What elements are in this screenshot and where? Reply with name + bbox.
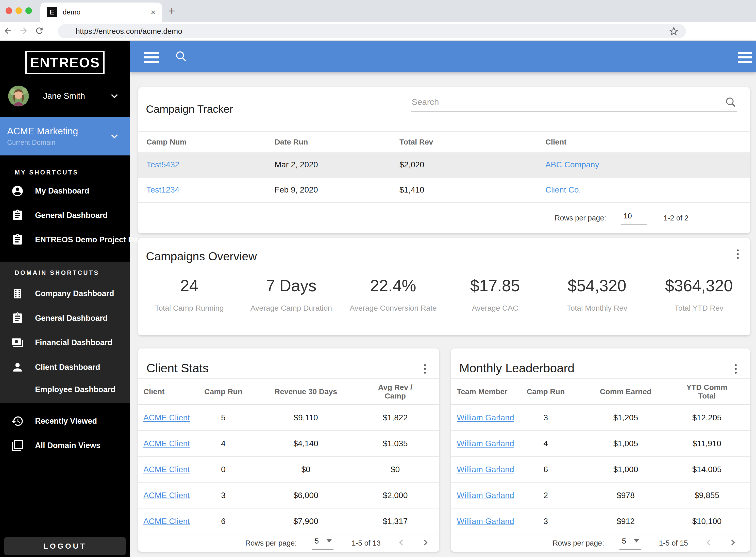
client-stats-rows: ACME Client 5 $9,110 $1,822 ACME Client … [138, 405, 439, 534]
table-row[interactable]: Test1234 Feb 9, 2020 $1,410 Client Co. [138, 177, 750, 202]
table-row[interactable]: William Garland 3 $912 $10,100 [451, 508, 750, 534]
sidebar-item-general-dashboard[interactable]: General Dashboard [0, 206, 130, 225]
window-minimize-button[interactable] [15, 7, 22, 14]
search-icon[interactable] [725, 96, 737, 109]
card-menu-icon[interactable] [735, 364, 737, 374]
user-menu[interactable]: Jane Smith [0, 83, 130, 109]
search-input[interactable] [411, 92, 737, 112]
forward-button[interactable] [16, 26, 31, 36]
column-header[interactable]: Camp Run [202, 387, 245, 396]
table-row[interactable]: ACME Client 5 $9,110 $1,822 [138, 405, 439, 431]
url-text[interactable]: https://entreos.com/acme.demo [75, 27, 668, 35]
chevron-down-icon[interactable] [108, 130, 120, 142]
forward-icon [19, 26, 28, 35]
menu-icon[interactable] [144, 52, 159, 63]
team-member-link[interactable]: William Garland [451, 465, 520, 474]
client-link[interactable]: Client Co. [545, 185, 750, 195]
clipboard-icon [11, 312, 24, 325]
person-icon [11, 361, 24, 374]
column-header[interactable]: Camp Run [520, 387, 572, 396]
pagination: Rows per page: 10 1-2 of 2 [138, 202, 750, 233]
sidebar-item-label: General Dashboard [35, 314, 107, 323]
card-menu-icon[interactable] [424, 364, 426, 374]
window-close-button[interactable] [6, 7, 12, 14]
back-button[interactable] [0, 26, 16, 36]
sidebar-item-entreos-demo-project[interactable]: ENTREOS Demo Project Da... [0, 231, 130, 249]
client-link[interactable]: ABC Company [545, 160, 750, 169]
back-icon [3, 26, 13, 35]
team-member-link[interactable]: William Garland [451, 491, 520, 500]
logout-button[interactable]: LOGOUT [4, 537, 126, 555]
chevron-down-icon[interactable] [108, 90, 120, 102]
table-row[interactable]: William Garland 3 $1,205 $12,205 [451, 405, 750, 431]
previous-page-button[interactable] [396, 537, 407, 549]
table-header-row: Camp Num Date Run Total Rev Client [138, 131, 750, 152]
sidebar-item-label: My Dashboard [35, 186, 89, 196]
total-rev-cell: $1,410 [400, 185, 545, 195]
sidebar-item-all-domain-views[interactable]: All Domain Views [0, 436, 130, 455]
campaign-link[interactable]: Test5432 [147, 160, 275, 169]
team-member-link[interactable]: William Garland [451, 439, 520, 448]
table-row[interactable]: William Garland 6 $1,000 $14,005 [451, 457, 750, 482]
column-header[interactable]: Comm Earned [572, 387, 680, 396]
pagination: Rows per page: 5 1-5 of 15 [451, 534, 750, 552]
team-member-link[interactable]: William Garland [451, 413, 520, 422]
client-link[interactable]: ACME Client [138, 491, 202, 500]
sidebar-item-my-dashboard[interactable]: My Dashboard [0, 182, 130, 200]
tab-title: demo [63, 8, 151, 16]
column-header[interactable]: Camp Num [147, 138, 275, 146]
sidebar: ENTREOS Jane Smith ACME Marketing Curren… [0, 41, 130, 557]
rows-per-page-select[interactable]: 5 [312, 537, 334, 550]
reload-button[interactable] [31, 26, 47, 36]
sidebar-item-company-dashboard[interactable]: Company Dashboard [0, 285, 130, 303]
search-icon[interactable] [175, 50, 188, 63]
previous-page-button[interactable] [703, 537, 714, 549]
column-header[interactable]: Client [545, 138, 750, 146]
column-header[interactable]: YTD Comm Total [680, 383, 734, 400]
current-domain-selector[interactable]: ACME Marketing Current Domain [0, 117, 130, 155]
column-header[interactable]: Avg Rev / Camp [367, 383, 424, 400]
window-zoom-button[interactable] [25, 7, 32, 14]
column-header[interactable]: Revenue 30 Days [245, 387, 367, 396]
next-page-button[interactable] [420, 537, 432, 549]
new-tab-button[interactable]: + [168, 5, 175, 17]
right-menu-icon[interactable] [738, 52, 752, 63]
table-row[interactable]: ACME Client 3 $6,000 $2,000 [138, 482, 439, 508]
client-link[interactable]: ACME Client [138, 465, 202, 474]
client-link[interactable]: ACME Client [138, 439, 202, 448]
sidebar-item-financial-dashboard[interactable]: Financial Dashboard [0, 333, 130, 352]
stat-average-conversion-rate: 22.4% Average Conversion Rate [342, 276, 444, 313]
sidebar-item-label: Company Dashboard [35, 289, 114, 298]
table-row[interactable]: ACME Client 4 $4,140 $1.035 [138, 431, 439, 457]
table-row[interactable]: ACME Client 0 $0 $0 [138, 457, 439, 482]
column-header[interactable]: Client [138, 387, 202, 396]
table-row[interactable]: Test5432 Mar 2, 2020 $2,020 ABC Company [138, 152, 750, 177]
pagination: Rows per page: 5 1-5 of 13 [138, 534, 439, 552]
client-link[interactable]: ACME Client [138, 517, 202, 526]
team-member-link[interactable]: William Garland [451, 517, 520, 526]
sidebar-item-recently-viewed[interactable]: Recently Viewed [0, 412, 130, 430]
next-page-button[interactable] [727, 537, 739, 549]
rows-per-page-select[interactable]: 5 [620, 537, 641, 550]
bookmark-star-icon[interactable] [668, 26, 680, 37]
table-row[interactable]: William Garland 2 $978 $9,855 [451, 482, 750, 508]
column-header[interactable]: Date Run [275, 138, 400, 146]
sidebar-item-client-dashboard[interactable]: Client Dashboard [0, 358, 130, 376]
sidebar-item-general-dashboard-domain[interactable]: General Dashboard [0, 309, 130, 327]
column-header[interactable]: Team Member [451, 387, 520, 396]
table-row[interactable]: William Garland 4 $1,005 $11,910 [451, 431, 750, 457]
pagination-range: 1-2 of 2 [664, 214, 689, 222]
chevron-right-icon [727, 537, 739, 548]
client-link[interactable]: ACME Client [138, 413, 202, 422]
table-header-row: Client Camp Run Revenue 30 Days Avg Rev … [138, 378, 439, 405]
browser-tab[interactable]: E demo × [40, 3, 162, 22]
campaign-link[interactable]: Test1234 [147, 185, 275, 195]
chevron-left-icon [396, 537, 407, 548]
column-header[interactable]: Total Rev [400, 138, 545, 146]
rows-per-page-select[interactable]: 10 [621, 212, 647, 225]
card-menu-icon[interactable] [737, 250, 739, 259]
table-row[interactable]: ACME Client 6 $7,900 $1,317 [138, 508, 439, 534]
url-bar[interactable]: https://entreos.com/acme.demo [58, 24, 686, 38]
sidebar-item-employee-dashboard[interactable]: Employee Dashboard [0, 380, 130, 399]
tab-close-icon[interactable]: × [151, 8, 156, 17]
